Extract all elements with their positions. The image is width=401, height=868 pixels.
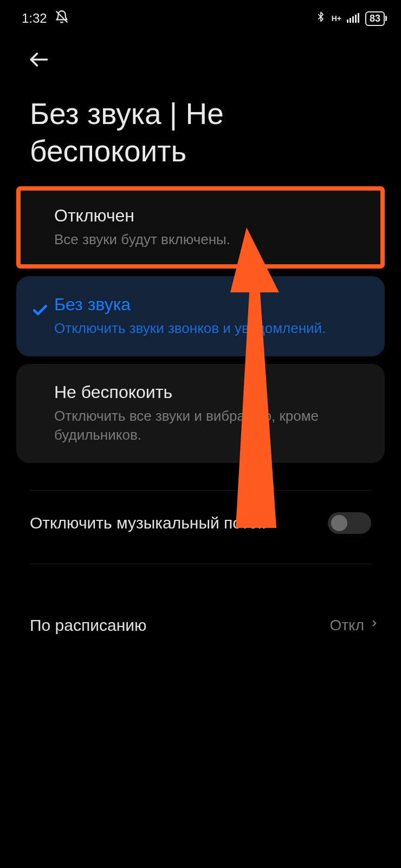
option-disabled[interactable]: Отключен Все звуки будут включены.	[16, 186, 385, 269]
row-value-wrap: Откл	[329, 616, 379, 635]
status-bar: 1:32 H+ 83	[0, 0, 401, 31]
signal-icon	[347, 11, 360, 26]
toggle-knob	[331, 515, 347, 531]
back-button[interactable]	[27, 64, 51, 73]
option-subtitle: Все звуки будут включены.	[54, 230, 364, 249]
option-title: Без звука	[54, 295, 368, 315]
divider	[30, 490, 371, 491]
page-title: Без звука | Не беспокоить	[0, 79, 401, 186]
status-time: 1:32	[22, 11, 47, 26]
mode-options: Отключен Все звуки будут включены. Без з…	[0, 186, 401, 463]
option-silent[interactable]: Без звука Отключить звуки звонков и увед…	[16, 276, 385, 356]
option-subtitle: Отключить звуки звонков и уведомлений.	[54, 319, 368, 338]
status-right: H+ 83	[315, 10, 385, 27]
row-mute-music-stream[interactable]: Отключить музыкальный поток	[0, 512, 401, 534]
svg-rect-1	[347, 19, 348, 23]
divider	[30, 564, 371, 564]
row-label: Отключить музыкальный поток	[30, 512, 265, 534]
option-title: Не беспокоить	[54, 382, 368, 402]
svg-rect-2	[350, 18, 351, 23]
option-dnd[interactable]: Не беспокоить Отключить все звуки и вибр…	[16, 364, 385, 463]
battery-icon: 83	[365, 11, 385, 26]
mute-icon	[55, 10, 69, 27]
status-left: 1:32	[22, 10, 69, 27]
row-label: По расписанию	[30, 616, 146, 635]
row-schedule[interactable]: По расписанию Откл	[0, 616, 401, 635]
bluetooth-icon	[315, 10, 326, 27]
toggle-switch[interactable]	[328, 512, 371, 534]
row-value: Откл	[329, 617, 364, 634]
svg-rect-5	[358, 13, 359, 23]
battery-level: 83	[370, 13, 380, 24]
svg-rect-4	[355, 15, 357, 23]
header-row	[0, 31, 401, 79]
network-type-icon: H+	[332, 15, 341, 22]
option-subtitle: Отключить все звуки и вибрацию, кроме бу…	[54, 407, 368, 445]
option-title: Отключен	[54, 206, 364, 226]
svg-rect-3	[352, 16, 354, 23]
check-icon	[31, 301, 49, 321]
chevron-right-icon	[370, 616, 379, 635]
